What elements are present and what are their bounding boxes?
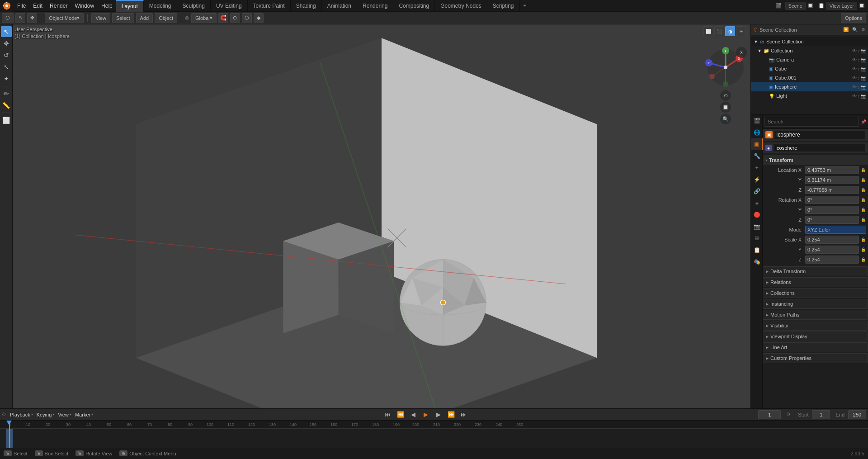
props-data-icon[interactable]: ◈	[751, 197, 763, 209]
mesh-name-input[interactable]	[774, 144, 865, 151]
cube-vis-render[interactable]: 📷	[861, 66, 866, 71]
ico-vis-eye[interactable]: 👁	[852, 85, 857, 90]
prev-keyframe-button[interactable]: ⏪	[396, 410, 405, 419]
tool-cursor[interactable]: ↖	[1, 26, 12, 37]
jump-start-button[interactable]: ⏮	[383, 410, 392, 419]
cam-vis-eye[interactable]: 👁	[852, 57, 857, 62]
outliner-row-icosphere[interactable]: ◉ Icosphere 👁 ↕ 📷	[751, 82, 868, 91]
props-scene-icon[interactable]: 🎬	[751, 115, 763, 127]
tool-add-cube[interactable]: ⬜	[1, 115, 12, 126]
props-world-icon[interactable]: 🌐	[751, 127, 763, 138]
location-z-value[interactable]: -0.77058 m	[805, 186, 859, 194]
outliner-row-cube001[interactable]: ▣ Cube.001 👁 ↕ 📷	[751, 73, 868, 82]
col-vis-render[interactable]: 📷	[861, 48, 866, 53]
add-workspace-button[interactable]: +	[520, 3, 530, 9]
scale-z-lock[interactable]: 🔒	[860, 256, 866, 263]
cube001-vis-select[interactable]: ↕	[858, 76, 860, 80]
tool-scale[interactable]: ⤡	[1, 62, 12, 72]
tab-geometry-nodes[interactable]: Geometry Nodes	[435, 0, 487, 12]
menu-file[interactable]: File	[14, 0, 29, 12]
solid-shading-btn[interactable]: ⬛	[714, 26, 724, 36]
view-dropdown[interactable]: View ▾	[58, 412, 71, 417]
looksdev-shading-btn[interactable]: ◑	[725, 26, 735, 36]
cam-vis-select[interactable]: ↕	[858, 57, 860, 62]
start-frame-input[interactable]	[812, 410, 830, 419]
playback-dropdown[interactable]: Playback ▾	[10, 412, 33, 417]
viewport-3d[interactable]: User Perspective (1) Collection | Icosph…	[13, 24, 750, 408]
light-vis-eye[interactable]: 👁	[852, 94, 857, 99]
props-physics-icon[interactable]: ⚡	[751, 174, 763, 185]
props-output-icon[interactable]: 🖥	[751, 232, 763, 244]
add-menu[interactable]: Add	[136, 13, 153, 23]
location-y-lock[interactable]: 🔒	[860, 177, 866, 183]
object-name-input[interactable]	[774, 131, 865, 139]
tab-rendering[interactable]: Rendering	[357, 0, 393, 12]
tab-sculpting[interactable]: Sculpting	[177, 0, 211, 12]
object-mode-dropdown[interactable]: Object Mode ▾	[45, 13, 84, 23]
outliner-filter-icon[interactable]: 🔽	[843, 27, 849, 32]
transform-orientations-button[interactable]: ⬡	[242, 13, 252, 23]
viewport-display-header[interactable]: ▶ Viewport Display	[763, 332, 868, 341]
outliner-search-icon[interactable]: 🔍	[852, 27, 858, 32]
prev-frame-button[interactable]: ◀	[409, 410, 418, 419]
col-vis-eye[interactable]: 👁	[852, 48, 857, 53]
tool-move[interactable]: ✥	[1, 38, 12, 49]
location-y-value[interactable]: 0.31174 m	[805, 176, 859, 184]
tab-uv-editing[interactable]: UV Editing	[211, 0, 248, 12]
light-vis-select[interactable]: ↕	[858, 94, 860, 99]
location-x-lock[interactable]: 🔒	[860, 167, 866, 173]
rotation-mode-value[interactable]: XYZ Euler	[805, 226, 866, 234]
light-vis-render[interactable]: 📷	[861, 94, 866, 99]
magnet-button[interactable]: 🧲	[218, 13, 228, 23]
editor-type-button[interactable]: ⬡	[2, 13, 14, 23]
delta-transform-header[interactable]: ▶ Delta Transform	[763, 267, 868, 276]
outliner-row-light[interactable]: 💡 Light 👁 ↕ 📷	[751, 91, 868, 100]
options-button[interactable]: Options	[841, 13, 866, 23]
select-menu[interactable]: Select	[112, 13, 134, 23]
zoom-orthographic-button[interactable]: 🔲	[720, 102, 731, 113]
menu-edit[interactable]: Edit	[29, 0, 46, 12]
tool-transform-button[interactable]: ✥	[27, 13, 37, 23]
tool-annotate[interactable]: ✏	[1, 88, 12, 99]
props-render-icon[interactable]: 📷	[751, 221, 763, 232]
location-z-lock[interactable]: 🔒	[860, 187, 866, 193]
props-search-input[interactable]	[764, 117, 859, 127]
outliner-scene-collection[interactable]: ▾ 🗂 Scene Collection	[751, 37, 868, 46]
play-button[interactable]: ▶	[421, 410, 430, 419]
cube-vis-eye[interactable]: 👁	[852, 66, 857, 71]
rendered-shading-btn[interactable]: ☀	[736, 26, 746, 36]
tab-shading[interactable]: Shading	[291, 0, 322, 12]
cam-vis-render[interactable]: 📷	[861, 57, 866, 62]
object-menu[interactable]: Object	[155, 13, 177, 23]
gizmo-x[interactable]: X	[736, 47, 747, 58]
view-layer-selector[interactable]: View Layer	[826, 2, 857, 10]
scale-y-value[interactable]: 0.254	[805, 246, 859, 254]
rotation-y-lock[interactable]: 🔒	[860, 207, 866, 213]
local-view-button[interactable]: 🔍	[720, 114, 731, 124]
outliner-settings-icon[interactable]: ⚙	[861, 27, 865, 32]
tab-scripting[interactable]: Scripting	[487, 0, 520, 12]
outliner-row-cube[interactable]: ▣ Cube 👁 ↕ 📷	[751, 64, 868, 73]
menu-window[interactable]: Window	[71, 0, 98, 12]
ico-vis-select[interactable]: ↕	[858, 85, 860, 90]
scale-y-lock[interactable]: 🔒	[860, 246, 866, 253]
global-transform-dropdown[interactable]: Global ▾	[191, 13, 217, 23]
scale-z-value[interactable]: 0.254	[805, 256, 859, 264]
cube001-vis-render[interactable]: 📷	[861, 76, 866, 80]
props-material-icon[interactable]: 🔴	[751, 209, 763, 221]
cube001-vis-eye[interactable]: 👁	[852, 76, 857, 80]
rotation-z-lock[interactable]: 🔒	[860, 217, 866, 223]
view-menu[interactable]: View	[91, 13, 110, 23]
next-frame-button[interactable]: ▶	[434, 410, 443, 419]
marker-dropdown[interactable]: Marker ▾	[75, 412, 93, 417]
relations-header[interactable]: ▶ Relations	[763, 278, 868, 287]
outliner-row-camera[interactable]: 📷 Camera 👁 ↕ 📷	[751, 55, 868, 64]
cube-vis-select[interactable]: ↕	[858, 66, 860, 71]
timeline-track[interactable]	[0, 429, 868, 448]
props-constraints-icon[interactable]: 🔗	[751, 185, 763, 197]
props-scene-settings-icon[interactable]: 🎭	[751, 256, 763, 268]
props-view-layer-icon[interactable]: 📋	[751, 244, 763, 256]
scale-x-value[interactable]: 0.254	[805, 236, 859, 244]
props-particles-icon[interactable]: ✦	[751, 162, 763, 174]
tab-texture-paint[interactable]: Texture Paint	[248, 0, 291, 12]
